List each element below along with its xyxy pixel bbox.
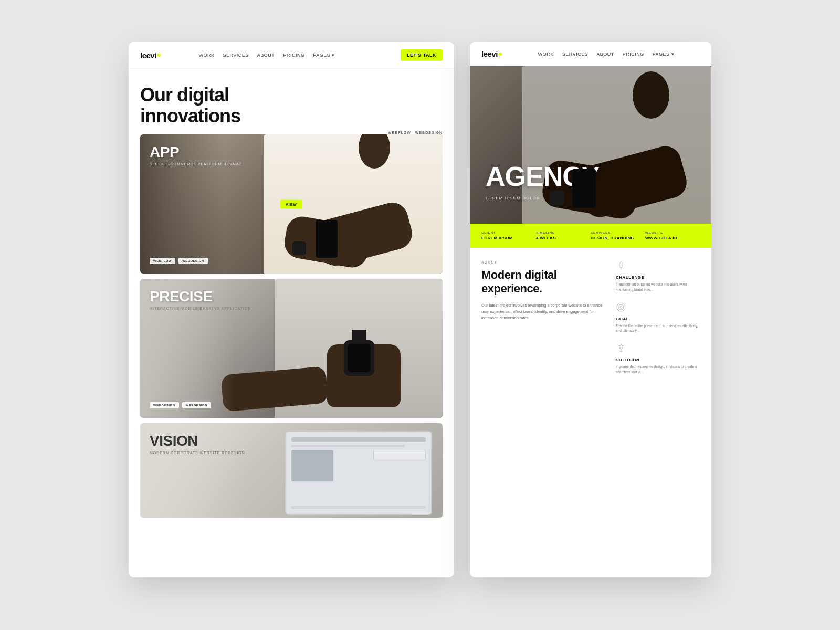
goal-item: GOAL Elevate the online presence to attr… bbox=[616, 302, 700, 334]
right-nav-pricing[interactable]: PRICING bbox=[623, 51, 644, 57]
vision-main-title: VISION bbox=[150, 433, 433, 449]
hero-title: Our digitalinnovations bbox=[140, 85, 443, 126]
svg-point-2 bbox=[620, 306, 622, 308]
challenge-text: Transform an outdated website into users… bbox=[616, 282, 700, 292]
precise-card-content: PRECISE INTERACTIVE MOBILE BANKING APPLI… bbox=[140, 279, 443, 418]
vision-card-content: VISION MODERN CORPORATE WEBSITE REDESIGN bbox=[140, 423, 443, 518]
right-nav-links: WORK SERVICES ABOUT PRICING PAGES ▾ bbox=[538, 51, 674, 57]
precise-subtitle: INTERACTIVE MOBILE BANKING APPLICATION bbox=[150, 307, 433, 310]
precise-tag-0: WEBDESIGN bbox=[150, 402, 179, 408]
project-card-app[interactable]: APP SLEEK E-COMMERCE PLATFORM REVAMP VIE… bbox=[140, 134, 443, 274]
client-label: CLIENT bbox=[481, 231, 536, 234]
left-logo[interactable]: leevi bbox=[140, 51, 161, 60]
right-browser-window: leevi WORK SERVICES ABOUT PRICING PAGES … bbox=[470, 42, 711, 578]
goal-text: Elevate the online presence to attr serv… bbox=[616, 323, 700, 334]
hero-tags: WEBFLOW WEBDESIGN bbox=[388, 131, 443, 134]
right-logo[interactable]: leevi bbox=[481, 49, 502, 58]
challenge-icon bbox=[616, 260, 626, 271]
project-card-vision[interactable]: VISION MODERN CORPORATE WEBSITE REDESIGN bbox=[140, 423, 443, 518]
svg-point-1 bbox=[618, 304, 624, 310]
solution-item: SOLUTION Implemented responsive design, … bbox=[616, 343, 700, 375]
solution-icon bbox=[616, 343, 626, 353]
hero-tag-webflow: WEBFLOW bbox=[388, 131, 411, 134]
yellow-bar-client: CLIENT LOREM IPSUM bbox=[481, 231, 536, 240]
challenge-title: CHALLENGE bbox=[616, 275, 700, 280]
precise-title-area: PRECISE INTERACTIVE MOBILE BANKING APPLI… bbox=[150, 288, 433, 310]
app-tags: WEBFLOW WEBDESIGN bbox=[150, 258, 433, 264]
vision-subtitle: MODERN CORPORATE WEBSITE REDESIGN bbox=[150, 451, 433, 455]
right-nav-pages[interactable]: PAGES ▾ bbox=[653, 51, 674, 57]
nav-link-about[interactable]: ABOUT bbox=[257, 52, 275, 58]
app-tag-1: WEBDESIGN bbox=[178, 258, 208, 264]
left-hero: Our digitalinnovations WEBFLOW WEBDESIGN bbox=[129, 69, 454, 134]
svg-point-0 bbox=[617, 303, 625, 311]
timeline-label: TIMELINE bbox=[536, 231, 591, 234]
solution-title: SOLUTION bbox=[616, 358, 700, 362]
project-card-precise[interactable]: PRECISE INTERACTIVE MOBILE BANKING APPLI… bbox=[140, 279, 443, 418]
app-title-area: APP SLEEK E-COMMERCE PLATFORM REVAMP bbox=[150, 144, 433, 166]
about-text: Our latest project involves revamping a … bbox=[481, 302, 605, 321]
right-nav-work[interactable]: WORK bbox=[538, 51, 554, 57]
right-nav: leevi WORK SERVICES ABOUT PRICING PAGES … bbox=[470, 42, 711, 66]
app-card-content: APP SLEEK E-COMMERCE PLATFORM REVAMP VIE… bbox=[140, 134, 443, 274]
app-tag-0: WEBFLOW bbox=[150, 258, 175, 264]
left-browser-window: leevi WORK SERVICES ABOUT PRICING PAGES … bbox=[129, 42, 454, 578]
precise-main-title: PRECISE bbox=[150, 288, 433, 305]
yellow-bar-website: WEBSITE WWW.GOLA.ID bbox=[645, 231, 700, 240]
right-hero-image: AGENCY LOREM IPSUM DOLOR bbox=[470, 66, 711, 224]
about-right: CHALLENGE Transform an outdated website … bbox=[616, 260, 700, 375]
precise-tags: WEBDESIGN WEBDESIGN bbox=[150, 402, 433, 408]
logo-dot bbox=[158, 54, 161, 57]
nav-link-pages[interactable]: PAGES ▾ bbox=[313, 52, 334, 58]
goal-icon bbox=[616, 302, 626, 312]
left-nav: leevi WORK SERVICES ABOUT PRICING PAGES … bbox=[129, 42, 454, 69]
nav-link-services[interactable]: SERVICES bbox=[223, 52, 249, 58]
timeline-value: 4 WEEKS bbox=[536, 236, 591, 240]
services-label: SERVICES bbox=[591, 231, 645, 234]
app-view-button[interactable]: VIEW bbox=[280, 200, 302, 208]
services-value: DESIGN, BRANDING bbox=[591, 236, 645, 240]
project-list: APP SLEEK E-COMMERCE PLATFORM REVAMP VIE… bbox=[129, 134, 454, 529]
about-left: ABOUT Modern digitalexperience. Our late… bbox=[481, 260, 605, 375]
nav-link-pricing[interactable]: PRICING bbox=[283, 52, 304, 58]
lets-talk-button[interactable]: LET'S TALK bbox=[401, 49, 443, 61]
solution-text: Implemented responsive design, in visual… bbox=[616, 364, 700, 375]
yellow-bar-timeline: TIMELINE 4 WEEKS bbox=[536, 231, 591, 240]
about-label: ABOUT bbox=[481, 260, 605, 264]
yellow-bar: CLIENT LOREM IPSUM TIMELINE 4 WEEKS SERV… bbox=[470, 224, 711, 248]
app-subtitle: SLEEK E-COMMERCE PLATFORM REVAMP bbox=[150, 162, 433, 166]
right-nav-about[interactable]: ABOUT bbox=[596, 51, 614, 57]
left-nav-links: WORK SERVICES ABOUT PRICING PAGES ▾ bbox=[199, 52, 335, 58]
right-hero-subtitle: LOREM IPSUM DOLOR bbox=[486, 196, 540, 201]
challenge-item: CHALLENGE Transform an outdated website … bbox=[616, 260, 700, 292]
about-section: ABOUT Modern digitalexperience. Our late… bbox=[470, 248, 711, 387]
right-nav-services[interactable]: SERVICES bbox=[562, 51, 588, 57]
right-logo-dot bbox=[499, 52, 502, 56]
goal-title: GOAL bbox=[616, 317, 700, 321]
nav-link-work[interactable]: WORK bbox=[199, 52, 215, 58]
precise-tag-1: WEBDESIGN bbox=[182, 402, 212, 408]
website-label: WEBSITE bbox=[645, 231, 700, 234]
about-title: Modern digitalexperience. bbox=[481, 268, 605, 296]
client-value: LOREM IPSUM bbox=[481, 236, 536, 240]
website-value: WWW.GOLA.ID bbox=[645, 236, 700, 240]
app-main-title: APP bbox=[150, 144, 433, 161]
yellow-bar-services: SERVICES DESIGN, BRANDING bbox=[591, 231, 645, 240]
hero-tag-webdesign: WEBDESIGN bbox=[415, 131, 443, 134]
vision-title-area: VISION MODERN CORPORATE WEBSITE REDESIGN bbox=[150, 433, 433, 455]
